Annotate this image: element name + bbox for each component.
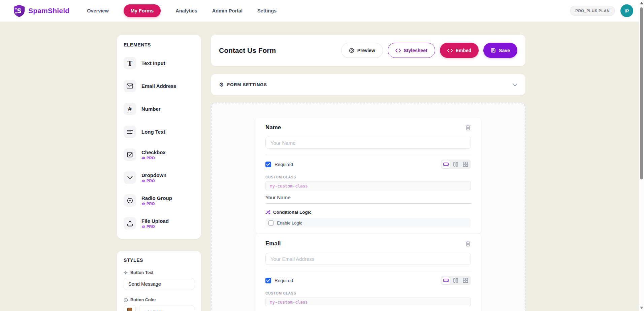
element-item-radio-group[interactable]: Radio Group PRO (124, 194, 194, 207)
field-preview-input[interactable] (265, 253, 471, 265)
pro-label: PRO (147, 156, 155, 160)
width-half-button[interactable] (451, 161, 460, 168)
nav-item-overview[interactable]: Overview (87, 8, 109, 13)
pro-badge: PRO (141, 179, 166, 183)
element-label: File Upload (141, 218, 169, 224)
width-half-icon (452, 162, 459, 167)
nav-item-analytics[interactable]: Analytics (175, 8, 197, 13)
trash-icon (465, 241, 471, 247)
field-title: Email (265, 240, 281, 247)
plan-badge: PRO_PLUS PLAN (570, 6, 615, 16)
crown-icon (141, 202, 145, 205)
shuffle-icon (265, 210, 270, 214)
required-checkbox[interactable] (265, 162, 271, 167)
required-checkbox[interactable] (265, 278, 271, 283)
checkbox-icon (124, 148, 136, 161)
field-label-editor[interactable]: Your Name (265, 195, 471, 204)
dropdown-icon (124, 171, 136, 184)
field-preview-input[interactable] (265, 137, 471, 149)
form-settings-bar[interactable]: ⚙ FORM SETTINGS (211, 74, 525, 95)
number-icon: # (124, 103, 136, 115)
enable-logic-checkbox[interactable] (268, 220, 273, 226)
conditional-logic-label: Conditional Logic (273, 210, 312, 215)
form-header: Contact Us Form Preview Stylesheet Embed… (211, 35, 525, 66)
element-label: Radio Group (141, 195, 172, 201)
top-navigation-bar: S SpamShield Overview My Forms Analytics… (0, 0, 644, 22)
color-swatch-button[interactable] (124, 305, 136, 311)
element-item-long-text[interactable]: Long Text (124, 126, 194, 138)
pro-label: PRO (147, 224, 155, 229)
required-label: Required (275, 162, 293, 167)
palette-icon (124, 298, 128, 302)
email-icon (124, 80, 136, 92)
element-item-dropdown[interactable]: Dropdown PRO (124, 171, 194, 184)
width-grid-button[interactable] (461, 161, 470, 168)
button-text-label-row: Button Text (124, 270, 194, 275)
save-button[interactable]: Save (483, 43, 517, 58)
element-item-email-address[interactable]: Email Address (124, 80, 194, 92)
app-logo[interactable]: S SpamShield (13, 4, 69, 17)
element-item-file-upload[interactable]: File Upload PRO (124, 217, 194, 230)
embed-button[interactable]: Embed (440, 43, 479, 58)
button-color-label: Button Color (130, 298, 156, 302)
field-card-email[interactable]: Email Required C (255, 234, 481, 311)
element-item-text-input[interactable]: T Text Input (124, 57, 194, 69)
width-full-button[interactable] (442, 161, 450, 168)
styles-panel: STYLES Button Text Button Color (117, 251, 201, 311)
button-color-input[interactable] (139, 305, 194, 311)
width-full-button[interactable] (442, 277, 450, 284)
field-card-name[interactable]: Name Required CU (255, 118, 481, 234)
width-grid-icon (462, 278, 469, 283)
preview-button[interactable]: Preview (341, 43, 383, 58)
width-full-icon (443, 162, 449, 167)
element-item-number[interactable]: # Number (124, 103, 194, 115)
pro-badge: PRO (141, 156, 166, 160)
width-selector (441, 160, 471, 169)
width-half-icon (452, 278, 459, 283)
button-color-label-row: Button Color (124, 298, 194, 302)
color-swatch (127, 308, 132, 311)
long-text-icon (124, 126, 136, 138)
shield-logo-icon: S (13, 4, 25, 17)
main-nav: Overview My Forms Analytics Admin Portal… (87, 4, 277, 17)
scrollbar-up-arrow[interactable] (640, 2, 643, 4)
nav-item-settings[interactable]: Settings (257, 8, 277, 13)
required-label: Required (275, 278, 293, 283)
save-disk-icon (491, 48, 496, 53)
element-label: Number (141, 106, 161, 112)
elements-panel-title: ELEMENTS (124, 42, 194, 47)
styles-panel-title: STYLES (124, 257, 194, 263)
width-half-button[interactable] (451, 277, 460, 284)
scrollbar-down-arrow[interactable] (640, 307, 643, 309)
form-canvas: Name Required CU (211, 103, 525, 311)
eye-icon (349, 48, 354, 53)
pro-label: PRO (147, 202, 155, 206)
pro-badge: PRO (141, 224, 169, 229)
svg-text:S: S (17, 7, 22, 14)
user-avatar[interactable]: IP (620, 4, 633, 17)
divider (265, 271, 471, 271)
delete-field-button[interactable] (465, 125, 471, 131)
trash-icon (465, 125, 471, 131)
element-item-checkbox[interactable]: Checkbox PRO (124, 148, 194, 161)
width-full-icon (443, 278, 449, 283)
sparkle-icon (124, 271, 128, 275)
nav-item-my-forms[interactable]: My Forms (124, 4, 161, 17)
code-icon (447, 48, 453, 53)
stylesheet-button[interactable]: Stylesheet (388, 43, 435, 58)
width-grid-button[interactable] (461, 277, 470, 284)
nav-item-admin-portal[interactable]: Admin Portal (212, 8, 243, 13)
chevron-down-icon[interactable] (513, 83, 517, 86)
custom-class-input[interactable] (265, 181, 471, 190)
page-scrollbar[interactable] (639, 0, 644, 311)
button-text-label: Button Text (130, 270, 154, 275)
element-label: Checkbox (141, 149, 166, 155)
delete-field-button[interactable] (465, 241, 471, 247)
button-text-input[interactable] (124, 278, 194, 290)
brand-name: SpamShield (28, 7, 69, 15)
pro-label: PRO (147, 179, 155, 183)
enable-logic-row: Enable Logic (265, 218, 471, 228)
custom-class-input[interactable] (265, 298, 471, 306)
form-settings-label: FORM SETTINGS (227, 82, 267, 87)
scrollbar-thumb[interactable] (640, 7, 643, 179)
